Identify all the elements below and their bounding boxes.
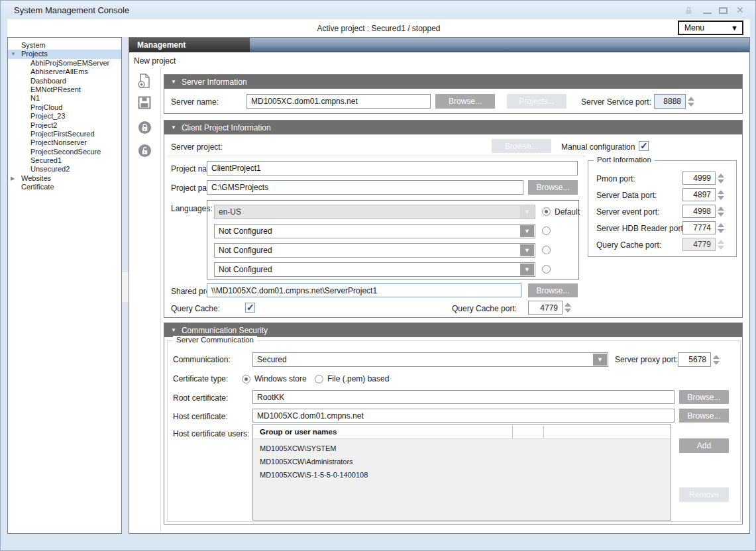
tree-item-project[interactable]: ProjectFirstSecured (8, 130, 121, 138)
server-data-port-spinner[interactable] (718, 189, 724, 201)
tree-item-project[interactable]: AbhiProjSomeEMServer (8, 59, 121, 68)
expander-down-icon[interactable]: ▼ (11, 50, 16, 58)
shared-project-path-input[interactable]: \\MD1005XC.dom01.cmpns.net\ServerProject… (207, 283, 521, 297)
server-proxy-port-spinner[interactable] (713, 353, 720, 366)
server-data-port-input[interactable]: 4897 (682, 188, 716, 201)
host-certificate-label: Host certificate: (173, 412, 228, 421)
splitter-grip[interactable] (122, 272, 129, 302)
server-project-label: Server project: (171, 142, 223, 152)
pmon-port-input[interactable]: 4999 (682, 172, 716, 185)
tree-item-project[interactable]: EMNotPResent (8, 85, 121, 94)
tree-item-project[interactable]: ProjectNonserver (8, 138, 121, 147)
column-divider (543, 426, 544, 438)
host-certificate-browse-button[interactable]: Browse... (679, 409, 729, 423)
language-default-radio-2[interactable] (542, 226, 551, 235)
tree-item-certificate[interactable]: Certificate (8, 183, 121, 191)
language-default-radio-3[interactable] (542, 246, 551, 254)
language-default-radio-4[interactable] (542, 265, 551, 274)
tree-item-project[interactable]: N1 (8, 94, 121, 103)
save-icon[interactable] (138, 96, 151, 112)
active-project-status: Active project : Secured1 / stopped (7, 24, 750, 33)
language-dropdown-4[interactable]: Not Configured▼ (214, 262, 535, 277)
language-default-radio-1[interactable] (542, 207, 551, 216)
tree-item-project[interactable]: AbhiserverAllEms (8, 68, 121, 76)
close-icon[interactable]: ✕ (736, 5, 744, 15)
pmon-port-label: Pmon port: (596, 174, 635, 183)
maximize-icon[interactable] (719, 7, 728, 14)
server-event-port-input[interactable]: 4998 (682, 205, 716, 218)
tree-item-project[interactable]: ProjCloud (8, 103, 121, 112)
new-project-icon[interactable] (137, 73, 152, 91)
tree-item-projects[interactable]: ▼Projects (8, 50, 121, 58)
query-cache-checkbox[interactable] (245, 303, 255, 313)
row-divider (168, 156, 586, 156)
server-hdb-reader-port-input[interactable]: 7774 (682, 221, 716, 234)
user-row[interactable]: MD1005XCW\Administrators (253, 455, 671, 468)
chevron-down-icon[interactable]: ▼ (593, 354, 607, 366)
root-certificate-input[interactable]: RootKK (252, 390, 675, 404)
tree-item-system[interactable]: System (8, 41, 121, 50)
project-path-input[interactable]: C:\GMSProjects (207, 180, 523, 195)
project-name-input[interactable]: ClientProject1 (207, 161, 578, 175)
project-path-browse-button[interactable]: Browse... (528, 180, 578, 195)
chevron-down-icon[interactable]: ▼ (520, 264, 534, 276)
host-certificate-input[interactable]: MD1005XC.dom01.cmpns.net (252, 409, 675, 423)
menu-dropdown-label: Menu (684, 23, 704, 32)
remove-user-button[interactable]: Remove (679, 487, 729, 502)
query-cache-port-input: 4779 (682, 238, 716, 251)
server-name-input[interactable]: MD1005XC.dom01.cmpns.net (246, 94, 431, 109)
section-header-communication-security[interactable]: ▼ Communication Security (164, 323, 742, 337)
minimize-icon[interactable] (703, 13, 712, 14)
shared-path-browse-button[interactable]: Browse... (528, 283, 578, 297)
language-default-label: Default (555, 207, 580, 217)
collapse-icon: ▼ (171, 125, 176, 130)
tree-item-project[interactable]: ProjectSecondSecure (8, 148, 121, 156)
unlock-icon[interactable] (138, 144, 152, 160)
pem-file-label: File (.pem) based (327, 374, 389, 383)
chevron-down-icon[interactable]: ▼ (520, 244, 534, 256)
languages-box: en-US▼ Default Not Configured▼ Not Confi… (207, 200, 579, 279)
server-event-port-spinner[interactable] (718, 205, 724, 217)
communication-dropdown[interactable]: Secured▼ (252, 352, 608, 367)
pem-file-radio[interactable] (315, 375, 323, 383)
tree-item-project[interactable]: Project_23 (8, 112, 121, 121)
server-projects-button[interactable]: Projects... (507, 94, 567, 109)
server-browse-button[interactable]: Browse... (435, 94, 495, 109)
users-table-header[interactable]: Group or user names (253, 425, 671, 439)
chevron-down-icon: ▼ (731, 24, 738, 32)
service-port-spinner[interactable] (688, 95, 694, 108)
server-project-browse-button[interactable]: Browse... (492, 139, 551, 153)
chevron-down-icon[interactable]: ▼ (520, 225, 534, 237)
tree-item-project[interactable]: Dashboard (8, 77, 121, 85)
windows-store-radio[interactable] (242, 375, 250, 383)
user-row[interactable]: MD1005XCW\S-1-5-5-0-1400108 (253, 468, 671, 481)
menu-dropdown[interactable]: Menu ▼ (678, 21, 743, 35)
user-row[interactable]: MD1005XCW\SYSTEM (253, 442, 671, 455)
manual-configuration-checkbox[interactable] (639, 141, 649, 151)
column-divider (512, 426, 513, 438)
certificate-users-table[interactable]: Group or user names MD1005XCW\SYSTEM MD1… (252, 424, 671, 521)
tree-item-project[interactable]: Unsecured2 (8, 165, 121, 174)
add-user-button[interactable]: Add (679, 438, 729, 453)
server-hdb-reader-port-spinner[interactable] (718, 222, 724, 234)
tree-item-project[interactable]: Project2 (8, 121, 121, 130)
query-cache-port-row-input[interactable]: 4779 (528, 301, 563, 315)
section-header-server-information[interactable]: ▼ Server Information (164, 75, 742, 89)
port-information-title: Port Information (594, 156, 655, 164)
language-dropdown-3[interactable]: Not Configured▼ (214, 243, 535, 258)
language-dropdown-2[interactable]: Not Configured▼ (214, 224, 535, 238)
lock-icon[interactable] (138, 121, 152, 137)
expander-right-icon[interactable]: ▶ (11, 174, 15, 183)
pmon-port-spinner[interactable] (718, 172, 724, 184)
query-cache-port-spinner (718, 238, 724, 250)
panel-splitter[interactable] (122, 37, 129, 534)
tab-management[interactable]: Management (129, 38, 250, 52)
tree-item-websites[interactable]: ▶Websites (8, 174, 121, 183)
language-dropdown-1[interactable]: en-US▼ (214, 205, 535, 219)
root-certificate-browse-button[interactable]: Browse... (679, 390, 729, 404)
service-port-input[interactable]: 8888 (654, 94, 686, 109)
tree-item-project[interactable]: Secured1 (8, 156, 121, 165)
server-proxy-port-input[interactable]: 5678 (678, 352, 711, 367)
section-header-client-project[interactable]: ▼ Client Project Information (164, 121, 742, 134)
query-cache-port-row-spinner[interactable] (565, 301, 571, 314)
